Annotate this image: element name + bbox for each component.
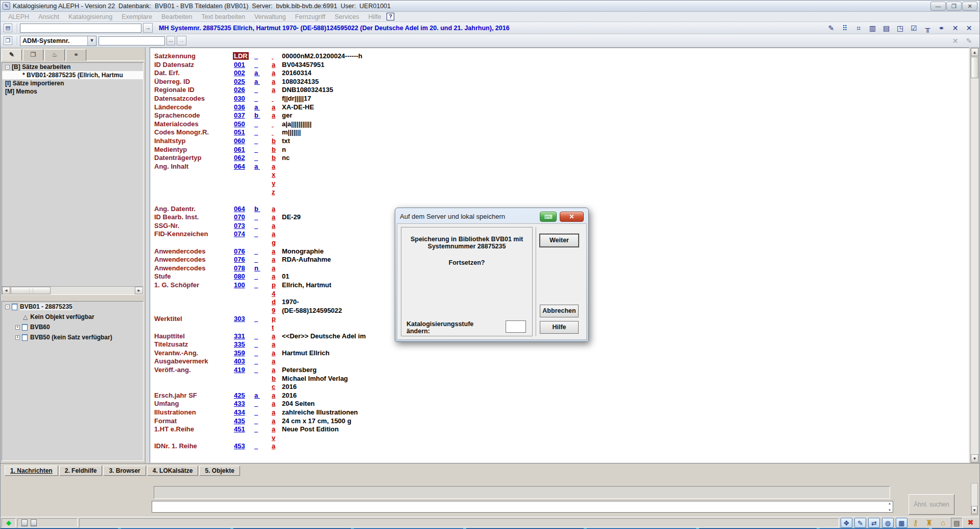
menu-item-ansicht[interactable]: Ansicht bbox=[34, 12, 64, 21]
field-tag[interactable]: 062 bbox=[234, 154, 245, 162]
scrollbar-thumb[interactable] bbox=[971, 57, 978, 78]
subfield-code[interactable]: d bbox=[272, 298, 276, 306]
tree-item[interactable]: * BVB01-28875235 (Ellrich, Hartmu bbox=[2, 71, 143, 79]
field-value[interactable]: txt bbox=[282, 137, 290, 145]
check-record-icon[interactable]: ☑ bbox=[909, 23, 919, 33]
close-record-icon[interactable]: ✕ bbox=[950, 23, 961, 33]
field-indicator[interactable] bbox=[254, 272, 258, 280]
field-tag[interactable]: 064 bbox=[234, 205, 245, 213]
subfield-code[interactable]: a bbox=[272, 392, 275, 399]
subfield-code[interactable]: a bbox=[272, 111, 275, 119]
field-value[interactable]: 00000nM2.01200024------h bbox=[282, 52, 363, 60]
field-indicator[interactable]: a bbox=[254, 78, 260, 85]
bottom-tab-2[interactable]: 2. Feldhilfe bbox=[59, 466, 103, 476]
field-value[interactable]: f||dr|||||17 bbox=[282, 95, 311, 102]
field-tag[interactable]: 070 bbox=[234, 213, 245, 221]
subfield-code[interactable]: a bbox=[272, 230, 275, 238]
subfield-code[interactable]: a bbox=[272, 69, 275, 77]
help-button[interactable]: Hilfe bbox=[540, 321, 579, 334]
scroll-down-icon[interactable]: ▼ bbox=[971, 506, 977, 514]
field-indicator[interactable]: a bbox=[254, 103, 260, 111]
cancel-button[interactable]: Abbrechen bbox=[540, 305, 579, 317]
subfield-code[interactable]: a bbox=[272, 256, 275, 263]
field-value[interactable]: zahlreiche Illustrationen bbox=[282, 408, 358, 416]
message-input[interactable] bbox=[152, 501, 893, 513]
search-type-dropdown[interactable]: ADM-Systemnr. ▼ bbox=[20, 36, 97, 46]
field-tag[interactable]: 074 bbox=[234, 230, 245, 238]
subfield-code[interactable] bbox=[272, 95, 274, 102]
expand-icon[interactable]: + bbox=[15, 335, 20, 340]
field-indicator[interactable] bbox=[254, 137, 258, 145]
field-indicator[interactable] bbox=[254, 61, 258, 68]
field-tag[interactable]: 335 bbox=[234, 340, 245, 348]
tab-triggers[interactable]: ♨ bbox=[44, 49, 65, 61]
tree-item[interactable]: [I] Sätze importieren bbox=[2, 79, 143, 87]
field-tag[interactable]: 061 bbox=[234, 146, 245, 153]
bottom-tab-3[interactable]: 3. Browser bbox=[103, 466, 146, 476]
field-value[interactable]: 204 Seiten bbox=[282, 400, 315, 407]
tab-edit-records[interactable]: ✎ bbox=[2, 49, 22, 61]
menu-item-services[interactable]: Services bbox=[330, 12, 364, 21]
subfield-code[interactable]: t bbox=[272, 324, 274, 331]
similar-search-button[interactable]: Ähnl. suchen bbox=[909, 494, 954, 515]
expand-icon[interactable]: − bbox=[5, 305, 10, 309]
spinner-control[interactable]: ▲▼ bbox=[887, 502, 893, 512]
move-panes-icon[interactable]: ✥ bbox=[841, 518, 852, 528]
chevron-down-icon[interactable]: ▼ bbox=[87, 36, 96, 45]
field-value[interactable]: (DE-588)124595022 bbox=[282, 307, 342, 314]
weights-icon[interactable]: ♜ bbox=[923, 518, 935, 528]
tree-item[interactable]: −[B] Sätze bearbeiten bbox=[2, 63, 143, 71]
field-tag[interactable]: 078 bbox=[234, 264, 245, 272]
field-value[interactable]: Petersberg bbox=[282, 366, 317, 374]
field-value[interactable]: ger bbox=[282, 111, 292, 119]
subfield-code[interactable]: b bbox=[272, 375, 276, 382]
subfield-code[interactable]: v bbox=[272, 434, 275, 442]
field-indicator[interactable] bbox=[254, 340, 258, 348]
field-indicator[interactable] bbox=[254, 256, 258, 263]
subfield-code[interactable]: a bbox=[272, 78, 275, 85]
field-indicator[interactable] bbox=[254, 425, 258, 433]
field-value[interactable]: 24 cm x 17 cm, 1500 g bbox=[282, 417, 351, 425]
field-tag[interactable]: 403 bbox=[234, 357, 245, 365]
menu-item-bearbeiten[interactable]: Bearbeiten bbox=[157, 12, 197, 21]
subfield-code[interactable] bbox=[272, 128, 274, 136]
tree-item[interactable]: △Kein Objekt verfügbar bbox=[2, 312, 143, 322]
push-record-icon[interactable]: ◳ bbox=[895, 23, 905, 33]
field-value[interactable]: a|a||||||||||| bbox=[282, 120, 312, 128]
expand-icon[interactable]: − bbox=[5, 65, 10, 70]
field-value[interactable]: Monographie bbox=[282, 247, 324, 255]
field-tag[interactable]: 303 bbox=[234, 315, 245, 323]
field-indicator[interactable] bbox=[254, 154, 258, 162]
field-indicator[interactable] bbox=[254, 332, 258, 340]
subfield-code[interactable]: a bbox=[272, 222, 275, 229]
subfield-code[interactable] bbox=[272, 120, 274, 128]
scroll-right-icon[interactable]: ► bbox=[135, 287, 143, 294]
scrollbar-thumb[interactable] bbox=[11, 287, 51, 294]
table-icon[interactable]: ╥ bbox=[922, 23, 933, 33]
subfield-code[interactable]: a bbox=[272, 340, 275, 348]
field-tag[interactable]: 050 bbox=[234, 120, 245, 128]
subfield-code[interactable]: a bbox=[272, 332, 275, 340]
subfield-code[interactable]: b bbox=[272, 146, 276, 153]
menu-item-fernzugriff[interactable]: Fernzugriff bbox=[291, 12, 330, 21]
globe-icon[interactable]: ◍ bbox=[882, 518, 894, 528]
key-icon[interactable]: ⚷ bbox=[910, 518, 921, 528]
field-tag[interactable]: 064 bbox=[234, 163, 245, 170]
bottom-tab-1[interactable]: 1. Nachrichten bbox=[5, 466, 58, 476]
subfield-code[interactable]: c bbox=[272, 383, 275, 390]
field-value[interactable]: 20160314 bbox=[282, 69, 312, 77]
close-button[interactable]: ✕ bbox=[962, 2, 977, 11]
field-indicator[interactable] bbox=[254, 417, 258, 425]
field-indicator[interactable]: b bbox=[254, 205, 260, 213]
record-go-button[interactable]: → bbox=[143, 23, 153, 33]
tree-item[interactable]: [M] Memos bbox=[2, 87, 143, 96]
field-indicator[interactable]: n bbox=[254, 264, 260, 272]
field-tag[interactable]: 076 bbox=[234, 256, 245, 263]
field-indicator[interactable]: b bbox=[254, 111, 260, 119]
subfield-code[interactable]: a bbox=[272, 86, 275, 94]
field-value[interactable]: m||||||| bbox=[282, 128, 301, 136]
subfield-code[interactable]: y bbox=[272, 179, 275, 187]
field-tag[interactable]: 435 bbox=[234, 417, 245, 425]
subfield-code[interactable]: a bbox=[272, 247, 275, 255]
scroll-down-icon[interactable]: ▼ bbox=[971, 454, 978, 463]
